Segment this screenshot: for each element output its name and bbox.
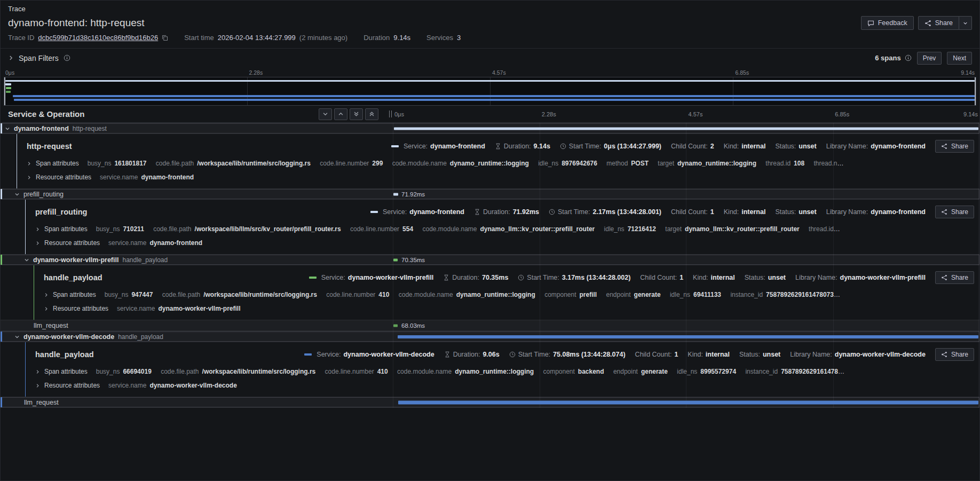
span-operation: llm_request <box>24 399 59 406</box>
hourglass-icon <box>474 209 480 215</box>
trace-minimap: 0μs 2.28s 4.57s 6.85s 9.14s <box>4 68 976 106</box>
trace-id-link[interactable]: dcbc599b71d38c1610ec86bf9bd16b26 <box>38 34 158 42</box>
services-label: Services <box>426 34 453 42</box>
expand-all-button[interactable] <box>365 108 378 120</box>
span-count: 6 spans <box>875 54 911 62</box>
span-duration-label: 68.03ms <box>401 322 425 329</box>
span-duration-label: 70.35ms <box>401 257 425 263</box>
span-share-button[interactable]: Share <box>935 206 974 218</box>
resource-attributes-toggle[interactable]: Resource attributes <box>44 305 108 312</box>
resource-attributes-list: service.namedynamo-frontend <box>100 174 846 181</box>
span-operation: prefill_routing <box>23 191 64 198</box>
resizer-grip-icon <box>389 111 392 117</box>
span-attributes-toggle[interactable]: Span attributes <box>35 368 88 375</box>
chevron-right-icon <box>27 175 31 180</box>
span-detail: prefill_routing Service: dynamo-frontend… <box>25 200 979 254</box>
copy-icon[interactable] <box>162 35 168 41</box>
minimap-span-bar <box>6 91 11 93</box>
span-row[interactable]: dynamo-worker-vllm-decode handle_payload <box>1 331 979 342</box>
share-icon <box>941 351 947 358</box>
share-icon <box>941 209 947 215</box>
span-attributes-list: busy_ns66694019 code.file.path/workspace… <box>96 368 846 375</box>
clock-icon <box>549 209 555 215</box>
prev-span-button[interactable]: Prev <box>917 52 942 65</box>
service-color-dash <box>370 211 378 213</box>
chevron-right-icon <box>35 369 40 374</box>
span-detail: http-request Service: dynamo-frontend Du… <box>17 134 979 188</box>
chevron-down-icon[interactable] <box>24 257 29 263</box>
span-row[interactable]: llm_request 68.03ms <box>1 320 979 331</box>
expand-one-button[interactable] <box>334 108 347 120</box>
chevron-right-icon <box>8 55 14 61</box>
span-attributes-toggle[interactable]: Span attributes <box>44 291 96 298</box>
span-row[interactable]: llm_request <box>1 397 979 408</box>
span-filters-toggle[interactable]: Span Filters <box>8 54 70 62</box>
chevron-right-icon <box>35 227 40 232</box>
clock-icon <box>509 351 516 358</box>
span-operation: handle_payload <box>122 256 168 264</box>
feedback-button[interactable]: Feedback <box>861 16 914 30</box>
minimap-left-handle[interactable] <box>4 77 5 105</box>
service-color-dash <box>304 353 312 356</box>
span-row[interactable]: dynamo-worker-vllm-prefill handle_payloa… <box>1 254 979 265</box>
angles-up-icon <box>369 111 375 117</box>
next-span-button[interactable]: Next <box>947 52 972 65</box>
span-operation: handle_payload <box>118 333 163 341</box>
resource-attributes-toggle[interactable]: Resource attributes <box>35 239 100 247</box>
hourglass-icon <box>443 274 449 281</box>
span-attributes-toggle[interactable]: Span attributes <box>27 160 79 167</box>
chevron-down-icon[interactable] <box>5 126 10 131</box>
column-resizer[interactable] <box>388 106 393 122</box>
timeline-ticks: 0μs 2.28s 4.57s 6.85s 9.14s <box>393 106 979 122</box>
clock-icon <box>560 143 566 149</box>
info-icon[interactable] <box>905 54 912 61</box>
caret-down-icon <box>963 21 968 26</box>
trace-meta: Trace ID dcbc599b71d38c1610ec86bf9bd16b2… <box>1 31 979 48</box>
minimap-span-bar <box>5 80 975 82</box>
chevron-down-icon[interactable] <box>14 334 20 340</box>
span-bar[interactable] <box>394 127 979 130</box>
resource-attributes-toggle[interactable]: Resource attributes <box>27 174 91 181</box>
start-time-label: Start time <box>184 34 214 42</box>
chevron-right-icon <box>44 293 49 297</box>
span-share-button[interactable]: Share <box>935 271 974 284</box>
span-detail-title: http-request <box>27 142 72 151</box>
minimap-span-bar <box>6 87 11 89</box>
hourglass-icon <box>495 143 501 149</box>
hourglass-icon <box>444 351 451 358</box>
resource-attributes-toggle[interactable]: Resource attributes <box>35 382 100 389</box>
span-service: dynamo-frontend <box>14 125 69 132</box>
span-bar[interactable] <box>393 324 398 327</box>
service-accent <box>1 189 2 199</box>
span-bar[interactable] <box>393 258 398 261</box>
share-menu-button[interactable] <box>959 16 972 30</box>
span-service: dynamo-worker-vllm-prefill <box>33 256 118 264</box>
span-share-button[interactable]: Share <box>935 348 974 361</box>
trace-panel: Trace dynamo-frontend: http-request Feed… <box>0 0 980 481</box>
share-button[interactable]: Share <box>918 16 959 30</box>
chevron-down-icon[interactable] <box>14 192 20 197</box>
chevron-right-icon <box>35 383 40 388</box>
span-row[interactable]: dynamo-frontend http-request <box>1 123 979 134</box>
start-time-relative: (2 minutes ago) <box>299 34 347 42</box>
span-attributes-toggle[interactable]: Span attributes <box>35 225 88 233</box>
info-icon[interactable] <box>64 54 70 61</box>
minimap-right-handle[interactable] <box>975 77 976 105</box>
span-operation: http-request <box>73 125 107 132</box>
chevron-right-icon <box>44 306 49 311</box>
minimap-canvas[interactable] <box>4 77 976 106</box>
span-bar[interactable] <box>393 193 398 195</box>
service-color-dash <box>391 145 399 147</box>
span-bar[interactable] <box>398 400 978 404</box>
span-row[interactable]: prefill_routing 71.92ms <box>1 188 979 200</box>
span-detail-title: handle_payload <box>44 273 102 282</box>
span-detail: handle_payload Service: dynamo-worker-vl… <box>25 342 979 397</box>
services-value: 3 <box>457 34 461 42</box>
service-operation-header: Service & Operation <box>8 109 84 119</box>
span-bar[interactable] <box>398 335 978 338</box>
collapse-one-button[interactable] <box>319 108 332 120</box>
resource-attributes-list: service.namedynamo-worker-vllm-decode <box>108 382 846 389</box>
clock-icon <box>518 274 524 281</box>
span-share-button[interactable]: Share <box>935 140 974 153</box>
collapse-all-button[interactable] <box>350 108 363 120</box>
